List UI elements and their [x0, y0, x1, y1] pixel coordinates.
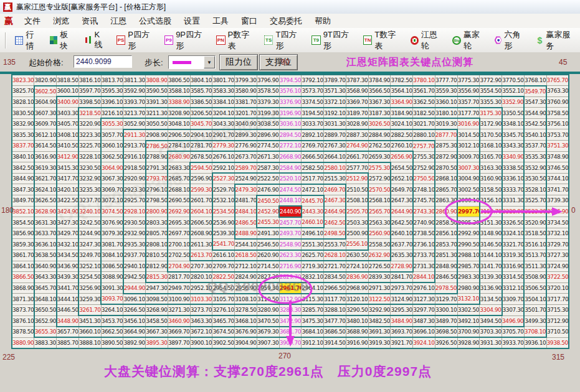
- grid-cell: 2599.30: [190, 184, 212, 195]
- grid-cell: 2973.70: [391, 282, 413, 294]
- grid-cell: 3220.90: [78, 118, 101, 129]
- grid-cell: 3031.30: [324, 118, 346, 129]
- grid-cell: 2772.10: [279, 141, 302, 152]
- toolbar-item-T四方形[interactable]: TST四方形: [259, 28, 307, 52]
- menu-item-工具[interactable]: 工具: [206, 14, 235, 28]
- grid-cell: 3804.10: [190, 75, 212, 86]
- grid-cell: 2652.10: [391, 173, 413, 184]
- grid-cell: 2464.90: [324, 206, 346, 217]
- toolbar-item-9T四方形[interactable]: T99T四方形: [307, 28, 358, 52]
- grid-cell: 2956.90: [235, 282, 257, 294]
- grid-cell: 2738.50: [413, 228, 435, 239]
- support-button[interactable]: 支撑位: [259, 54, 298, 70]
- grid-cell: 3417.70: [57, 173, 79, 184]
- grid-cell: 3372.10: [324, 96, 346, 108]
- grid-cell: 2481.70: [235, 195, 257, 207]
- menu-item-浏览[interactable]: 浏览: [47, 14, 75, 28]
- grid-cell: 2820.10: [190, 272, 212, 283]
- grid-cell: 3451.30: [78, 315, 101, 327]
- grid-cell: 3770.50: [502, 75, 525, 86]
- grid-cell: 3448.90: [57, 315, 79, 327]
- menu-item-文件[interactable]: 文件: [18, 14, 47, 28]
- toolbar-item-label: T四方形: [275, 29, 302, 52]
- grid-cell: 3516.10: [524, 239, 546, 250]
- menu-item-设置[interactable]: 设置: [178, 14, 206, 28]
- grid-cell: 3547.30: [524, 96, 546, 108]
- grid-cell: 2702.50: [168, 250, 190, 261]
- grid-cell: 2484.10: [235, 206, 257, 217]
- toolbar-item-赢家服务[interactable]: $赢家服务: [531, 28, 580, 52]
- grid-cell: 3708.10: [524, 327, 546, 338]
- grid-cell: 3280.90: [257, 304, 279, 315]
- grid-cell: 2640.10: [391, 228, 413, 239]
- resistance-button[interactable]: 阻力位: [219, 54, 258, 70]
- grid-cell: 3228.10: [78, 151, 101, 162]
- grid-cell: 2947.30: [146, 282, 168, 294]
- grid-cell: 3463.30: [190, 315, 212, 327]
- toolbar-item-K线[interactable]: K线: [79, 28, 112, 52]
- grid-cell: 2649.70: [391, 184, 413, 195]
- grid-cell: 2536.90: [212, 217, 235, 228]
- menu-item-资讯[interactable]: 资讯: [75, 14, 104, 28]
- grid-cell: 3237.70: [78, 195, 101, 207]
- toolbar-items-container: 行情板块K线PSP四方形P99P四方形PNP数字表TST四方形T99T四方形TN…: [10, 28, 580, 52]
- grid-cell: 2680.90: [168, 151, 190, 162]
- grid-cell: 3405.70: [57, 118, 79, 129]
- grid-cell: 2750.50: [413, 173, 435, 184]
- grid-cell: 2918.50: [123, 162, 146, 174]
- menu-item-交易委托[interactable]: 交易委托: [264, 14, 308, 28]
- toolbar-item-label: 9P四方形: [176, 29, 206, 52]
- grid-cell: 3732.10: [546, 228, 569, 239]
- menu-item-帮助[interactable]: 帮助: [308, 14, 337, 28]
- start-price-input[interactable]: [74, 55, 132, 68]
- grid-cell: 2822.50: [212, 272, 235, 283]
- grid-cell: 2942.50: [123, 272, 146, 283]
- grid-cell: 2932.90: [123, 228, 146, 239]
- toolbar-item-板块[interactable]: 板块: [45, 28, 79, 52]
- toolbar-item-行情[interactable]: 行情: [10, 28, 45, 52]
- grid-cell: 2618.50: [235, 250, 257, 261]
- grid-cell: 3681.70: [279, 327, 302, 338]
- grid-cell: 3837.70: [12, 141, 34, 152]
- grid-cell: 3079.30: [101, 228, 123, 239]
- grid-cell: 2625.70: [302, 250, 324, 261]
- toolbar-item-六角形[interactable]: 六角形: [490, 28, 531, 52]
- grid-cell: 2558.50: [368, 239, 391, 250]
- grid-cell: 3511.30: [524, 261, 546, 272]
- grid-cell: 3122.50: [368, 294, 391, 305]
- toolbar-item-江恩轮[interactable]: 江恩轮: [406, 28, 447, 52]
- grid-cell: 3283.30: [279, 304, 302, 315]
- grid-cell: 2587.30: [257, 162, 279, 174]
- grid-cell: 3120.10: [346, 294, 368, 305]
- grid-cell: 3895.30: [146, 337, 168, 348]
- step-select[interactable]: ▼: [168, 55, 216, 69]
- grid-cell: 3319.30: [502, 250, 525, 261]
- grid-cell: 3520.90: [524, 217, 546, 228]
- grid-cell: 3784.90: [368, 75, 391, 86]
- grid-cell: 3093.70: [101, 294, 123, 305]
- menu-item-公式选股[interactable]: 公式选股: [133, 14, 178, 28]
- grid-cell: 2668.90: [279, 151, 302, 162]
- grid-cell: 3592.90: [123, 86, 146, 97]
- toolbar-item-P四方形[interactable]: PSP四方形: [112, 28, 159, 52]
- grid-cell: 2601.70: [190, 195, 212, 207]
- grid-cell: 3105.70: [212, 294, 235, 305]
- grid-cell: 3636.10: [34, 239, 57, 250]
- toolbar-item-赢家轮[interactable]: Big赢家轮: [447, 28, 489, 52]
- menu-item-窗口[interactable]: 窗口: [235, 14, 264, 28]
- grid-cell: 3679.30: [257, 327, 279, 338]
- grid-cell: 3290.50: [346, 304, 368, 315]
- grid-cell: 3441.70: [57, 282, 79, 294]
- grid-cell: 3744.10: [546, 173, 569, 184]
- grid-cell: 3247.30: [78, 239, 101, 250]
- grid-cell: 2642.50: [391, 217, 413, 228]
- chevron-down-icon[interactable]: ▼: [204, 56, 215, 68]
- grid-cell: 3400.90: [57, 96, 79, 108]
- toolbar-item-T数字表[interactable]: TNT数字表: [358, 28, 406, 52]
- menu-item-江恩[interactable]: 江恩: [104, 14, 133, 28]
- grid-cell: 3242.50: [78, 217, 101, 228]
- grid-cell: 3904.90: [235, 337, 257, 348]
- grid-cell: 3357.70: [457, 96, 480, 108]
- toolbar-item-P数字表[interactable]: PNP数字表: [211, 28, 259, 52]
- toolbar-item-9P四方形[interactable]: P99P四方形: [159, 28, 211, 52]
